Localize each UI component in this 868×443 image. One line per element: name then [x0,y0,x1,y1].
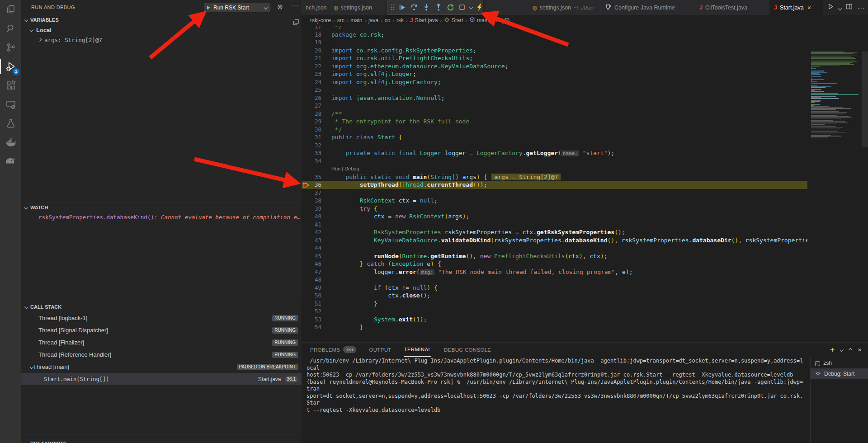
tab-settings-json[interactable]: {}settings.json~/.../User [529,0,601,15]
tab-clitoolstest-java[interactable]: JCliToolsTest.java [695,0,770,15]
line-number[interactable]: 19 [311,38,321,47]
activity-docker-icon[interactable] [0,133,21,152]
call-stack-thread[interactable]: Thread [Finalizer]RUNNING [21,336,302,349]
gutter[interactable] [302,157,311,165]
watch-header[interactable]: WATCH [21,203,302,212]
more-actions-icon[interactable]: ··· [857,4,865,12]
activity-search-icon[interactable] [0,19,21,38]
gutter[interactable] [302,86,311,94]
line-number[interactable]: 51 [311,300,321,308]
variables-scope-local[interactable]: Local [21,25,302,35]
breadcrumb-item[interactable]: rskj-core [310,17,331,24]
call-stack-thread[interactable]: Thread [logback-1]RUNNING [21,312,302,324]
line-number[interactable]: 23 [311,70,321,78]
gutter[interactable] [302,252,311,260]
line-number[interactable]: 36 [311,181,321,189]
line-number[interactable]: 27 [311,102,321,110]
line-number[interactable]: 35 [311,173,321,181]
line-number[interactable]: 18 [311,31,321,39]
line-number[interactable]: 44 [311,244,321,252]
line-number[interactable]: 22 [311,62,321,71]
tab-start-java[interactable]: JStart.java× [770,0,823,15]
gutter[interactable] [302,236,311,245]
panel-tab-debug-console[interactable]: DEBUG CONSOLE [444,343,491,357]
gutter[interactable] [302,228,311,236]
gutter[interactable] [302,149,311,157]
activity-source-control-icon[interactable] [0,38,21,57]
call-stack-thread[interactable]: Thread [Signal Dispatcher]RUNNING [21,324,302,336]
gutter[interactable] [302,316,311,324]
line-number[interactable]: 54 [311,323,321,331]
call-stack-thread[interactable]: Thread [main]PAUSED ON BREAKPOINT [21,361,302,373]
tab-nch-json[interactable]: nch.json [302,0,330,15]
panel-tab-problems[interactable]: PROBLEMS1K+ [310,343,356,357]
gutter[interactable] [302,110,311,118]
breadcrumb-item[interactable]: src [337,17,344,24]
gutter[interactable] [302,26,311,31]
step-out-icon[interactable] [434,3,443,11]
line-number[interactable]: 50 [311,292,321,300]
run-icon[interactable] [827,3,834,12]
activity-gradle-icon[interactable] [0,152,21,171]
breadcrumb-member[interactable]: main(String[]) [469,17,509,24]
terminal-output[interactable]: /usr/bin/env /Library/Internet\ Plug-Ins… [307,358,805,443]
minimap[interactable] [811,52,862,342]
line-number[interactable]: 31 [311,133,321,141]
call-stack-thread[interactable]: Thread [Reference Handler]RUNNING [21,349,302,361]
gutter[interactable] [302,212,311,221]
line-number[interactable]: 40 [311,212,321,221]
line-number[interactable]: 46 [311,260,321,268]
line-number[interactable]: 37 [311,189,321,197]
line-number[interactable]: 17 [311,26,321,31]
line-number[interactable]: 42 [311,228,321,236]
launch-configuration-dropdown[interactable]: Run RSK Start [204,3,270,12]
gutter[interactable] [302,141,311,150]
gutter[interactable] [302,78,311,86]
gutter[interactable] [302,276,311,284]
call-stack-frame[interactable]: Start.main(String[])Start.java36:1 [21,373,302,385]
line-number[interactable]: 45 [311,252,321,260]
activity-extensions-icon[interactable] [0,76,21,95]
gutter[interactable] [302,260,311,268]
close-panel-icon[interactable]: × [858,346,862,353]
line-number[interactable]: 49 [311,284,321,292]
line-number[interactable]: 29 [311,118,321,126]
breadcrumb-item[interactable]: main [350,17,362,24]
panel-tab-output[interactable]: OUTPUT [369,343,391,357]
gutter[interactable] [302,31,311,39]
line-number[interactable]: 53 [311,316,321,324]
hot-code-replace-icon[interactable] [476,4,483,11]
panel-tab-terminal[interactable]: TERMINAL [404,343,432,357]
tab-settings-json[interactable]: {}settings.json [330,0,387,15]
line-number[interactable]: 41 [311,221,321,229]
chevron-down-icon[interactable] [839,4,841,12]
line-number[interactable]: 47 [311,268,321,276]
gutter[interactable] [302,197,311,205]
gutter[interactable] [302,62,311,71]
breadcrumb-item[interactable]: co [385,17,391,24]
gutter[interactable] [302,323,311,331]
step-over-icon[interactable] [410,3,418,11]
terminal-session-debug-start[interactable]: Debug: Start [811,368,868,379]
stop-icon[interactable] [458,4,466,11]
chevron-down-icon[interactable] [470,6,472,9]
gutter[interactable] [302,118,311,126]
gutter[interactable] [302,38,311,47]
gutter[interactable] [302,284,311,292]
terminal-session-zsh[interactable]: >_zsh [811,358,868,368]
gutter[interactable] [302,165,311,173]
codelens-run-debug[interactable]: Run | Debug [321,165,807,173]
line-number[interactable]: 52 [311,307,321,316]
step-into-icon[interactable] [422,3,430,11]
call-stack-header[interactable]: CALL STACK [21,302,302,312]
breadcrumb-symbol[interactable]: Start [444,17,463,24]
drag-handle[interactable] [391,4,394,11]
breakpoint-current-line-icon[interactable] [302,181,311,189]
split-editor-icon[interactable] [846,3,853,12]
gutter[interactable] [302,244,311,252]
restart-icon[interactable] [447,4,454,11]
gutter[interactable] [302,102,311,110]
gutter[interactable] [302,54,311,62]
gutter[interactable] [302,126,311,134]
gutter[interactable] [302,133,311,141]
